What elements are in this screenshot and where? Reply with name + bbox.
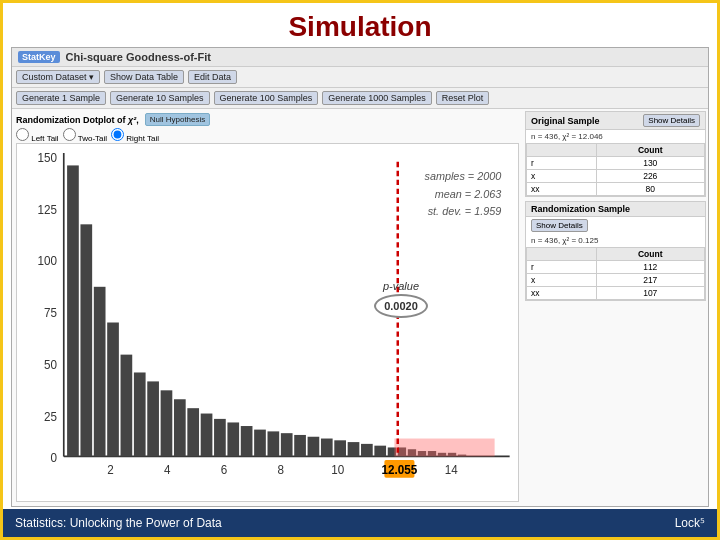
rand-col-label: [527, 248, 597, 261]
footer-text: Statistics: Unlocking the Power of Data: [15, 516, 222, 530]
original-show-details-button[interactable]: Show Details: [643, 114, 700, 127]
right-panels: Original Sample Show Details n = 436, χ²…: [523, 109, 708, 506]
rand-row1-count: 112: [596, 261, 704, 274]
rand-sample-table: Count r 112 x 217: [526, 247, 705, 300]
app-title: Chi-square Goodness-of-Fit: [66, 51, 211, 63]
orig-col-label: [527, 144, 597, 157]
rand-row3-label: xx: [527, 287, 597, 300]
table-row: r 130: [527, 157, 705, 170]
rand-area: Randomization Dotplot of χ², Null Hypoth…: [12, 109, 708, 506]
svg-text:150: 150: [38, 150, 58, 164]
svg-rect-31: [268, 431, 280, 456]
table-row: x 226: [527, 170, 705, 183]
svg-text:25: 25: [44, 409, 57, 423]
svg-rect-48: [394, 439, 494, 457]
show-data-table-button[interactable]: Show Data Table: [104, 70, 184, 84]
generate100-button[interactable]: Generate 100 Samples: [214, 91, 319, 105]
left-tail-option[interactable]: Left Tail: [16, 128, 59, 143]
chart-container: 150 125 100 75 50 25 0 2 4 6 8 10 12: [16, 143, 519, 502]
rand-sample-header: Randomization Sample: [526, 202, 705, 217]
table-row: xx 80: [527, 183, 705, 196]
svg-rect-36: [334, 440, 346, 456]
page-title: Simulation: [3, 3, 717, 47]
randomization-sample-panel: Randomization Sample Show Details n = 43…: [525, 201, 706, 301]
edit-data-button[interactable]: Edit Data: [188, 70, 237, 84]
statkey-panel: StatKey Chi-square Goodness-of-Fit Custo…: [11, 47, 709, 507]
svg-text:12.055: 12.055: [382, 463, 418, 477]
original-sample-panel: Original Sample Show Details n = 436, χ²…: [525, 111, 706, 197]
svg-rect-24: [174, 399, 186, 456]
svg-rect-30: [254, 430, 266, 457]
svg-rect-25: [187, 408, 199, 456]
svg-text:4: 4: [164, 463, 171, 477]
toolbar-row1: Custom Dataset ▾ Show Data Table Edit Da…: [12, 67, 708, 88]
rand-row2-label: x: [527, 274, 597, 287]
footer-lock: Lock⁵: [675, 516, 705, 530]
svg-text:50: 50: [44, 358, 57, 372]
rand-row2-count: 217: [596, 274, 704, 287]
plot-title: Randomization Dotplot of χ²,: [16, 115, 139, 125]
svg-text:75: 75: [44, 306, 57, 320]
orig-row2-label: x: [527, 170, 597, 183]
original-sample-header: Original Sample Show Details: [526, 112, 705, 130]
generate1-button[interactable]: Generate 1 Sample: [16, 91, 106, 105]
pvalue-label: p-value: [374, 280, 428, 292]
null-hypothesis-badge[interactable]: Null Hypothesis: [145, 113, 211, 126]
rand-col-count: Count: [596, 248, 704, 261]
svg-rect-20: [121, 355, 133, 457]
pvalue-annotation: p-value 0.0020: [374, 280, 428, 318]
generate1000-button[interactable]: Generate 1000 Samples: [322, 91, 432, 105]
svg-rect-37: [348, 442, 360, 456]
main-content: StatKey Chi-square Goodness-of-Fit Custo…: [3, 47, 717, 507]
orig-row3-label: xx: [527, 183, 597, 196]
svg-rect-38: [361, 444, 373, 456]
svg-rect-28: [227, 422, 239, 456]
svg-text:14: 14: [445, 463, 458, 477]
svg-rect-35: [321, 439, 333, 457]
generate10-button[interactable]: Generate 10 Samples: [110, 91, 210, 105]
svg-text:0: 0: [51, 450, 58, 464]
tail-options: Left Tail Two-Tail Right Tail: [16, 128, 519, 143]
chart-svg: 150 125 100 75 50 25 0 2 4 6 8 10 12: [17, 144, 518, 501]
svg-text:st. dev. = 1.959: st. dev. = 1.959: [428, 205, 502, 217]
statkey-header: StatKey Chi-square Goodness-of-Fit: [12, 48, 708, 67]
svg-rect-19: [107, 323, 119, 457]
svg-text:mean = 2.063: mean = 2.063: [435, 187, 502, 199]
svg-text:8: 8: [278, 463, 285, 477]
svg-rect-34: [308, 437, 320, 457]
table-row: x 217: [527, 274, 705, 287]
svg-rect-18: [94, 287, 106, 457]
custom-dataset-button[interactable]: Custom Dataset ▾: [16, 70, 100, 84]
footer: Statistics: Unlocking the Power of Data …: [3, 509, 717, 537]
statkey-logo: StatKey: [18, 51, 60, 63]
svg-rect-32: [281, 433, 293, 456]
svg-text:2: 2: [107, 463, 114, 477]
orig-row3-count: 80: [596, 183, 704, 196]
svg-rect-27: [214, 419, 226, 456]
rand-row1-label: r: [527, 261, 597, 274]
right-tail-option[interactable]: Right Tail: [111, 128, 159, 143]
svg-text:6: 6: [221, 463, 228, 477]
rand-sample-info: n = 436, χ² = 0.125: [526, 234, 705, 247]
orig-col-count: Count: [596, 144, 704, 157]
toolbar-row2: Generate 1 Sample Generate 10 Samples Ge…: [12, 88, 708, 109]
svg-rect-39: [374, 446, 386, 457]
table-row: r 112: [527, 261, 705, 274]
orig-row1-count: 130: [596, 157, 704, 170]
svg-rect-29: [241, 426, 253, 456]
two-tail-option[interactable]: Two-Tail: [63, 128, 107, 143]
plot-header: Randomization Dotplot of χ², Null Hypoth…: [16, 113, 519, 126]
reset-plot-button[interactable]: Reset Plot: [436, 91, 490, 105]
svg-text:10: 10: [331, 463, 344, 477]
rand-show-details-button[interactable]: Show Details: [531, 219, 588, 232]
svg-rect-23: [161, 390, 173, 456]
svg-text:125: 125: [38, 202, 58, 216]
svg-text:100: 100: [38, 254, 58, 268]
rand-sample-title: Randomization Sample: [531, 204, 630, 214]
svg-text:samples = 2000: samples = 2000: [424, 169, 502, 181]
svg-rect-33: [294, 435, 306, 456]
rand-row3-count: 107: [596, 287, 704, 300]
svg-rect-16: [67, 165, 79, 456]
orig-row2-count: 226: [596, 170, 704, 183]
pvalue-value: 0.0020: [374, 294, 428, 318]
